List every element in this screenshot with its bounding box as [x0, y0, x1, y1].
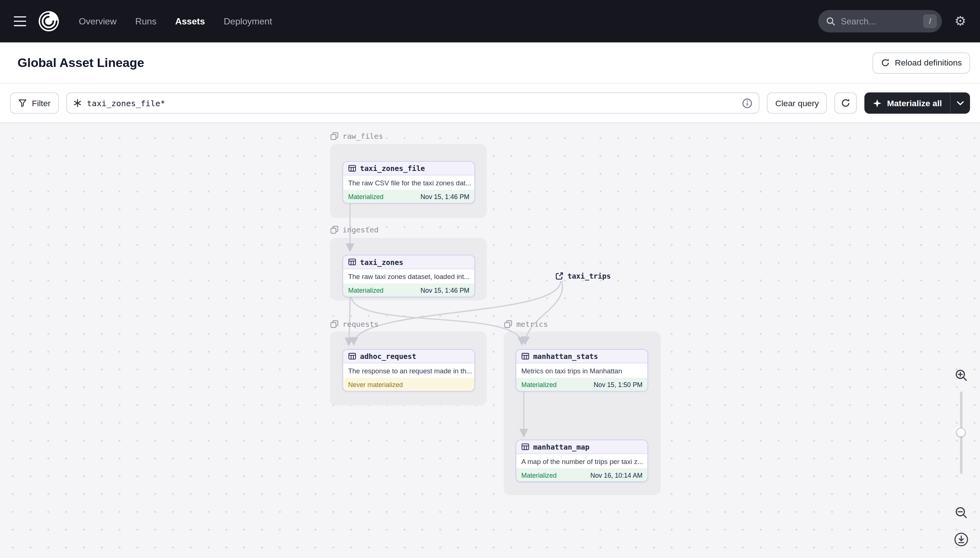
- materialize-all-button[interactable]: Materialize all: [865, 92, 970, 113]
- zoom-out-button[interactable]: [954, 505, 969, 520]
- asset-node-header: taxi_zones: [343, 255, 474, 269]
- asset-name: taxi_zones_file: [360, 164, 425, 173]
- asset-node-header: adhoc_request: [343, 350, 474, 363]
- group-label-requests[interactable]: requests: [330, 319, 379, 329]
- asset-node-header: manhattan_map: [516, 440, 647, 454]
- table-icon: [521, 443, 529, 451]
- refresh-icon: [841, 98, 851, 108]
- asset-description: The raw taxi zones dataset, loaded int..…: [343, 269, 474, 284]
- table-icon: [348, 258, 356, 266]
- asset-node-header: manhattan_stats: [516, 350, 647, 363]
- zoom-in-icon: [954, 368, 969, 383]
- asset-timestamp: Nov 15, 1:46 PM: [420, 193, 469, 200]
- asset-node-taxi_zones[interactable]: taxi_zones The raw taxi zones dataset, l…: [343, 255, 475, 297]
- asset-status-row: Materialized Nov 15, 1:46 PM: [343, 190, 474, 203]
- asset-name: adhoc_request: [360, 352, 416, 361]
- dagster-logo[interactable]: [38, 10, 60, 33]
- group-name: requests: [343, 320, 379, 328]
- asset-timestamp: Nov 15, 1:50 PM: [594, 381, 642, 388]
- group-name: ingested: [343, 225, 379, 234]
- clear-query-button[interactable]: Clear query: [767, 92, 827, 113]
- asset-name: manhattan_map: [533, 443, 589, 451]
- reload-icon: [880, 58, 889, 67]
- table-icon: [521, 352, 529, 360]
- group-icon: [330, 320, 339, 328]
- asset-timestamp: Nov 15, 1:46 PM: [420, 286, 469, 294]
- lineage-edges: [0, 123, 980, 558]
- group-label-metrics[interactable]: metrics: [504, 319, 548, 329]
- group-icon: [330, 132, 339, 141]
- asset-status: Materialized: [348, 286, 384, 294]
- asset-description: The response to an request made in th...: [343, 363, 474, 378]
- menu-icon[interactable]: [14, 14, 29, 29]
- search-shortcut-badge: /: [923, 15, 937, 28]
- asset-status-row: Materialized Nov 15, 1:50 PM: [516, 378, 647, 391]
- download-icon: [953, 531, 969, 548]
- nav-deployment[interactable]: Deployment: [224, 16, 272, 26]
- asset-node-adhoc_request[interactable]: adhoc_request The response to an request…: [343, 349, 475, 392]
- table-icon: [348, 352, 356, 360]
- zoom-out-icon: [954, 505, 969, 520]
- nav-links: Overview Runs Assets Deployment: [79, 16, 272, 26]
- reload-definitions-button[interactable]: Reload definitions: [872, 52, 970, 73]
- group-label-ingested[interactable]: ingested: [330, 225, 379, 235]
- asset-query-bar: [66, 92, 759, 113]
- lineage-canvas[interactable]: raw_files ingested requests metrics: [0, 123, 980, 558]
- table-icon: [348, 164, 356, 172]
- asset-status: Materialized: [348, 193, 384, 200]
- asset-description: The raw CSV file for the taxi zones dat.…: [343, 176, 474, 190]
- asset-status-row: Materialized Nov 15, 1:46 PM: [343, 284, 474, 296]
- group-icon: [504, 320, 512, 328]
- asset-description: Metrics on taxi trips in Manhattan: [516, 363, 647, 378]
- clear-query-label: Clear query: [775, 98, 819, 108]
- zoom-in-button[interactable]: [954, 368, 969, 383]
- page-title: Global Asset Lineage: [17, 56, 144, 70]
- zoom-slider-thumb[interactable]: [956, 428, 965, 437]
- group-name: metrics: [516, 320, 548, 328]
- filter-icon: [18, 99, 27, 108]
- asset-name: taxi_zones: [360, 258, 404, 266]
- info-icon[interactable]: [742, 98, 753, 108]
- asset-status: Materialized: [521, 471, 557, 478]
- search-icon: [825, 16, 835, 26]
- nav-overview[interactable]: Overview: [79, 16, 117, 26]
- external-asset-name: taxi_trips: [567, 272, 611, 281]
- filter-label: Filter: [32, 98, 51, 108]
- sparkle-icon: [873, 98, 882, 108]
- asset-node-taxi_zones_file[interactable]: taxi_zones_file The raw CSV file for the…: [343, 161, 475, 204]
- materialize-dropdown-toggle[interactable]: [951, 92, 970, 113]
- search-box[interactable]: /: [818, 10, 942, 33]
- group-icon: [330, 225, 339, 234]
- external-link-icon: [555, 272, 564, 281]
- asset-node-header: taxi_zones_file: [343, 162, 474, 176]
- asset-timestamp: Nov 16, 10:14 AM: [590, 471, 642, 478]
- group-label-raw_files[interactable]: raw_files: [330, 131, 383, 141]
- app-root: Overview Runs Assets Deployment / ⚙ Glob…: [0, 0, 980, 558]
- asset-status-row: Never materialized: [343, 378, 474, 391]
- navbar-right: / ⚙: [818, 10, 966, 33]
- lineage-toolbar: Filter Clear query: [0, 84, 980, 123]
- filter-button[interactable]: Filter: [10, 92, 59, 113]
- external-asset-taxi_trips[interactable]: taxi_trips: [555, 271, 611, 282]
- materialize-all-main[interactable]: Materialize all: [865, 92, 950, 113]
- materialize-all-label: Materialize all: [887, 98, 942, 108]
- asset-name: manhattan_stats: [533, 352, 598, 361]
- asset-query-input[interactable]: [87, 98, 738, 108]
- asset-status: Never materialized: [348, 381, 403, 388]
- refresh-button[interactable]: [835, 92, 857, 113]
- search-input[interactable]: [841, 16, 918, 26]
- asset-status: Materialized: [521, 381, 557, 388]
- asset-node-manhattan_stats[interactable]: manhattan_stats Metrics on taxi trips in…: [516, 349, 648, 392]
- nav-runs[interactable]: Runs: [135, 16, 156, 26]
- dagster-logo-icon: [38, 10, 60, 33]
- export-button[interactable]: [953, 531, 969, 548]
- zoom-slider[interactable]: [956, 392, 966, 474]
- chevron-down-icon: [957, 101, 964, 105]
- asset-node-manhattan_map[interactable]: manhattan_map A map of the number of tri…: [516, 440, 648, 482]
- top-navbar: Overview Runs Assets Deployment / ⚙: [0, 0, 980, 43]
- page-header: Global Asset Lineage Reload definitions: [0, 43, 980, 84]
- settings-icon[interactable]: ⚙: [954, 15, 966, 28]
- nav-assets[interactable]: Assets: [175, 16, 205, 26]
- asset-description: A map of the number of trips per taxi z.…: [516, 454, 647, 468]
- asset-status-row: Materialized Nov 16, 10:14 AM: [516, 468, 647, 481]
